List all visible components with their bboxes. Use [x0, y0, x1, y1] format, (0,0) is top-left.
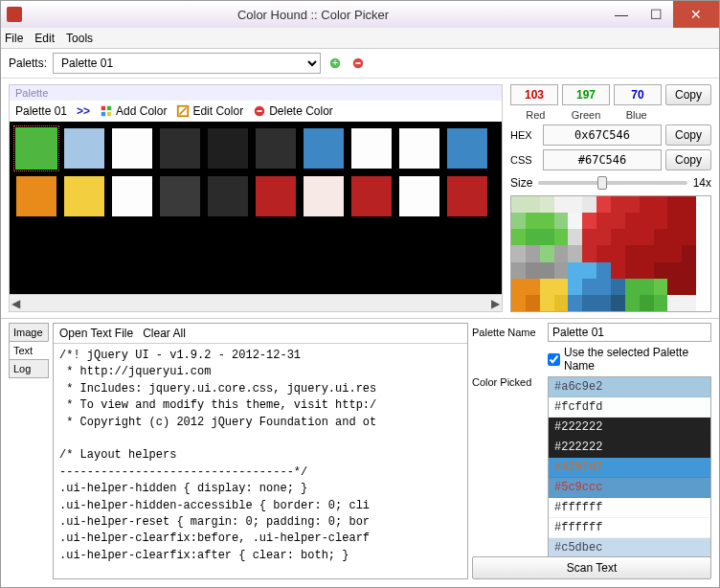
palettes-label: Paletts: [9, 57, 47, 70]
palette-remove-icon[interactable] [349, 55, 367, 72]
svg-rect-4 [101, 106, 105, 110]
copy-rgb-button[interactable]: Copy [665, 84, 711, 105]
swatch[interactable] [398, 127, 440, 170]
swatch[interactable] [111, 127, 153, 170]
rgb-green-value: 197 [562, 84, 610, 105]
menu-edit[interactable]: Edit [34, 32, 55, 45]
color-picked-item[interactable]: #a6c9e2 [549, 377, 710, 397]
svg-rect-7 [107, 112, 111, 116]
swatch[interactable] [63, 127, 105, 170]
swatch[interactable] [159, 175, 201, 217]
text-content[interactable]: /*! jQuery UI - v1.9.2 - 2012-12-31 * ht… [54, 344, 467, 578]
size-label: Size [510, 176, 532, 190]
zoom-slider[interactable] [538, 181, 686, 185]
color-picked-item[interactable]: #4297d7 [549, 458, 710, 478]
blue-label: Blue [611, 109, 662, 121]
color-picked-item[interactable]: #222222 [549, 418, 710, 438]
rgb-blue-value: 70 [614, 84, 662, 105]
palette-name-input[interactable] [548, 323, 711, 342]
use-selected-checkbox[interactable] [548, 353, 560, 366]
color-picked-item[interactable]: #c5dbec [549, 538, 710, 558]
swatch[interactable] [207, 127, 249, 170]
palette-name: Palette 01 [15, 104, 67, 118]
css-label: CSS [510, 154, 539, 166]
app-icon [7, 7, 22, 22]
color-picked-item[interactable]: #fcfdfd [549, 397, 710, 418]
add-color-button[interactable]: Add Color [100, 104, 167, 118]
swatch[interactable] [159, 127, 201, 170]
titlebar: Color Hound :: Color Picker — ☐ ✕ [1, 1, 719, 28]
palette-name-label: Palette Name [472, 327, 544, 338]
magnifier-preview [510, 195, 711, 312]
swatch[interactable] [255, 175, 297, 217]
swatch[interactable] [63, 175, 105, 217]
swatch[interactable] [207, 175, 249, 217]
swatch[interactable] [446, 127, 488, 170]
lower-tabs: Image Text Log [9, 323, 49, 579]
svg-rect-6 [101, 112, 105, 116]
swatch-area [10, 122, 502, 294]
color-picked-item[interactable]: #ffffff [549, 498, 710, 518]
copy-css-button[interactable]: Copy [665, 149, 711, 170]
window-controls: — ☐ ✕ [604, 1, 719, 28]
swatch[interactable] [350, 175, 393, 217]
color-picked-label: Color Picked [472, 376, 544, 388]
rgb-red-value: 103 [510, 84, 558, 105]
swatch[interactable] [255, 127, 297, 170]
red-label: Red [510, 109, 561, 121]
swatch[interactable] [111, 175, 153, 217]
color-picked-item[interactable]: #ffffff [549, 518, 710, 538]
window-title: Color Hound :: Color Picker [22, 8, 604, 22]
palettes-select[interactable]: Palette 01 [53, 53, 321, 74]
svg-text:+: + [332, 57, 338, 68]
swatch[interactable] [398, 175, 440, 217]
green-label: Green [561, 109, 612, 121]
menu-tools[interactable]: Tools [66, 32, 93, 45]
color-picked-list[interactable]: #a6c9e2#fcfdfd#222222#222222#4297d7#5c9c… [548, 376, 711, 559]
tab-log[interactable]: Log [9, 359, 49, 378]
tab-image[interactable]: Image [9, 323, 49, 342]
palette-tools: Palette 01 >> Add Color Edit Color Delet… [10, 101, 502, 122]
tab-text[interactable]: Text [9, 341, 49, 360]
swatch[interactable] [15, 175, 57, 217]
css-value: #67C546 [543, 149, 662, 170]
color-picked-item[interactable]: #222222 [549, 438, 710, 458]
color-picked-item[interactable]: #5c9ccc [549, 478, 710, 498]
clear-all-button[interactable]: Clear All [143, 327, 186, 340]
hex-label: HEX [510, 129, 539, 141]
palettes-toolbar: Paletts: Palette 01 + [1, 49, 719, 79]
svg-rect-10 [258, 110, 262, 112]
maximize-button[interactable]: ☐ [639, 1, 673, 28]
picked-panel: Palette Name Use the selected Palette Na… [472, 323, 711, 579]
size-value: 14x [693, 176, 711, 190]
palette-arrows[interactable]: >> [77, 104, 90, 118]
menu-file[interactable]: File [5, 32, 23, 45]
swatch[interactable] [446, 175, 488, 217]
svg-rect-3 [355, 62, 360, 64]
palette-add-icon[interactable]: + [326, 55, 344, 72]
hex-value: 0x67C546 [543, 124, 662, 146]
swatch[interactable] [303, 127, 345, 170]
use-selected-label: Use the selected Palette Name [564, 346, 711, 373]
text-panel: Open Text File Clear All /*! jQuery UI -… [53, 323, 468, 579]
palette-scrollbar[interactable]: ◀▶ [10, 294, 502, 311]
delete-color-button[interactable]: Delete Color [253, 104, 333, 118]
palette-header: Palette [10, 85, 502, 101]
swatch[interactable] [15, 127, 57, 170]
swatch[interactable] [303, 175, 345, 217]
swatch[interactable] [350, 127, 393, 170]
palette-panel: Palette Palette 01 >> Add Color Edit Col… [9, 84, 503, 312]
minimize-button[interactable]: — [604, 1, 639, 28]
scan-text-button[interactable]: Scan Text [472, 556, 711, 579]
edit-color-button[interactable]: Edit Color [176, 104, 243, 118]
color-values-panel: 103 197 70 Copy Red Green Blue HEX 0x67C… [510, 84, 711, 312]
copy-hex-button[interactable]: Copy [665, 124, 711, 146]
close-button[interactable]: ✕ [673, 1, 719, 28]
open-text-file-button[interactable]: Open Text File [59, 327, 133, 340]
menubar: File Edit Tools [1, 28, 719, 49]
svg-rect-5 [107, 106, 111, 110]
